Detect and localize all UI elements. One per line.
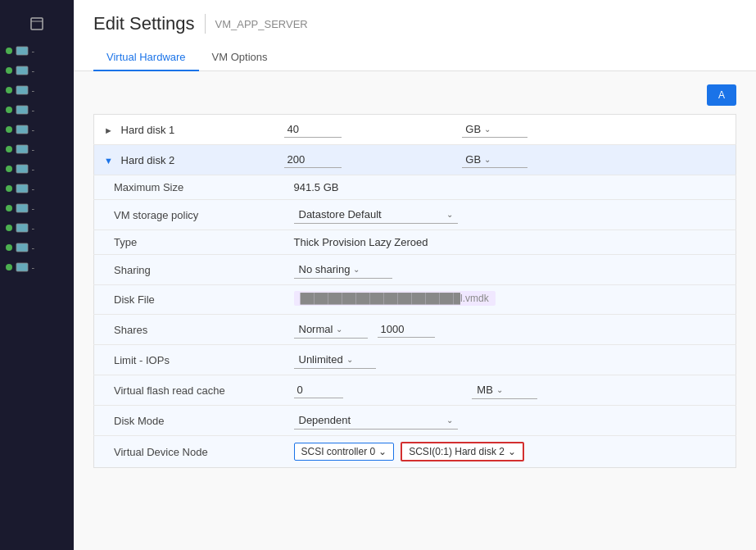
disk-mode-select[interactable]: Dependent ⌄ (294, 411, 458, 430)
svg-rect-8 (16, 165, 28, 173)
main-content: Edit Settings VM_APP_SERVER Virtual Hard… (74, 0, 756, 550)
svg-rect-0 (31, 18, 43, 30)
sharing-value: No sharing (299, 263, 351, 275)
max-size-row: Maximum Size 941.5 GB (94, 175, 736, 200)
disk-mode-arrow: ⌄ (397, 416, 453, 425)
sidebar-item-3[interactable]: - (2, 81, 72, 99)
flash-cache-label: Virtual flash read cache (94, 375, 274, 406)
sidebar-top-icon[interactable] (22, 9, 52, 39)
hard-disk-1-label: Hard disk 1 (121, 124, 175, 136)
expand-disk2-icon[interactable]: ▼ (104, 156, 113, 166)
storage-policy-row: VM storage policy Datastore Default ⌄ (94, 200, 736, 230)
svg-rect-5 (16, 106, 28, 114)
shares-select-value: Normal (299, 323, 333, 335)
sidebar-item-12[interactable]: - (2, 258, 72, 276)
disk-file-label: Disk File (94, 285, 274, 315)
svg-rect-7 (16, 145, 28, 153)
sharing-row: Sharing No sharing ⌄ (94, 255, 736, 285)
hard-disk-1-unit-select[interactable]: GB ⌄ (462, 121, 527, 138)
subtitle: VM_APP_SERVER (215, 18, 308, 30)
type-row: Type Thick Provision Lazy Zeroed (94, 230, 736, 255)
storage-policy-arrow: ⌄ (446, 210, 453, 219)
hard-disk-1-size-input[interactable] (284, 121, 342, 138)
vdn-controller-arrow: ⌄ (378, 446, 387, 457)
hard-disk-2-unit-arrow: ⌄ (484, 155, 491, 164)
vdn-disk-select[interactable]: SCSI(0:1) Hard disk 2 ⌄ (401, 442, 524, 461)
type-value: Thick Provision Lazy Zeroed (274, 230, 736, 255)
hard-disk-2-size-input[interactable] (284, 152, 342, 168)
iops-row: Limit - IOPs Unlimited ⌄ (94, 345, 736, 375)
hard-disk-2-unit-select[interactable]: GB ⌄ (462, 152, 527, 168)
vdn-controller-select[interactable]: SCSI controller 0 ⌄ (294, 443, 395, 461)
shares-row: Shares Normal ⌄ (94, 315, 736, 345)
sidebar-item-11[interactable]: - (2, 239, 72, 257)
disk-file-value: ███████████████████████l.vmdk (294, 291, 496, 306)
flash-cache-unit-value: MB (477, 384, 493, 396)
iops-arrow: ⌄ (346, 355, 353, 364)
shares-label: Shares (94, 315, 274, 345)
iops-label: Limit - IOPs (94, 345, 274, 375)
storage-policy-label: VM storage policy (94, 200, 274, 230)
title-divider (205, 14, 206, 34)
add-button[interactable]: A (707, 84, 736, 106)
hard-disk-1-unit-arrow: ⌄ (484, 125, 491, 134)
svg-rect-9 (16, 184, 28, 193)
shares-controls: Normal ⌄ (294, 320, 727, 339)
sidebar-item-10[interactable]: - (2, 219, 72, 237)
svg-rect-4 (16, 86, 28, 94)
sidebar-item-4[interactable]: - (2, 101, 72, 119)
expand-disk1-icon[interactable]: ► (104, 125, 113, 135)
virtual-device-node-row: Virtual Device Node SCSI controller 0 ⌄ … (94, 436, 736, 468)
sidebar-item-8[interactable]: - (2, 180, 72, 198)
sidebar-item-5[interactable]: - (2, 120, 72, 139)
disk-file-row: Disk File ███████████████████████l.vmdk (94, 285, 736, 315)
tab-virtual-hardware[interactable]: Virtual Hardware (93, 44, 199, 71)
type-label: Type (94, 230, 274, 255)
vdn-disk-value: SCSI(0:1) Hard disk 2 (409, 446, 505, 457)
svg-rect-11 (16, 224, 28, 232)
vdn-controls: SCSI controller 0 ⌄ SCSI(0:1) Hard disk … (294, 442, 727, 461)
hard-disk-1-row: ► Hard disk 1 GB ⌄ (94, 115, 736, 145)
flash-cache-input[interactable] (294, 382, 343, 398)
max-size-label: Maximum Size (94, 175, 274, 200)
vdn-disk-arrow: ⌄ (508, 446, 516, 457)
iops-select[interactable]: Unlimited ⌄ (294, 351, 376, 369)
action-bar: A (93, 84, 736, 106)
sharing-label: Sharing (94, 255, 274, 285)
shares-value-input[interactable] (378, 321, 435, 338)
sidebar-item-9[interactable]: - (2, 199, 72, 217)
sharing-select[interactable]: No sharing ⌄ (294, 261, 392, 279)
sharing-arrow: ⌄ (353, 265, 360, 274)
content-area: A ► Hard disk 1 GB ⌄ (74, 71, 756, 550)
storage-policy-value: Datastore Default (299, 208, 382, 220)
shares-select[interactable]: Normal ⌄ (294, 320, 368, 339)
svg-rect-3 (16, 66, 28, 75)
top-bar: Edit Settings VM_APP_SERVER Virtual Hard… (74, 0, 756, 71)
flash-cache-row: Virtual flash read cache MB ⌄ (94, 375, 736, 406)
flash-cache-unit-select[interactable]: MB ⌄ (472, 381, 537, 399)
flash-cache-unit-arrow: ⌄ (496, 385, 503, 394)
disk-mode-row: Disk Mode Dependent ⌄ (94, 406, 736, 436)
sidebar-item-6[interactable]: - (2, 140, 72, 158)
sidebar-item-7[interactable]: - (2, 160, 72, 178)
svg-rect-12 (16, 243, 28, 252)
svg-rect-2 (16, 47, 28, 55)
svg-rect-10 (16, 204, 28, 212)
tab-bar: Virtual Hardware VM Options (93, 44, 736, 70)
disk-mode-label: Disk Mode (94, 406, 274, 436)
sidebar: - - - - - - - - - - (0, 0, 74, 550)
virtual-device-node-label: Virtual Device Node (94, 436, 274, 468)
tab-vm-options[interactable]: VM Options (199, 44, 281, 71)
disk-mode-value: Dependent (299, 414, 351, 426)
hard-disk-2-label: Hard disk 2 (121, 154, 175, 166)
hard-disk-2-row: ▼ Hard disk 2 GB ⌄ (94, 145, 736, 175)
max-size-value: 941.5 GB (274, 175, 736, 200)
svg-rect-13 (16, 263, 28, 271)
sidebar-item-2[interactable]: - (2, 61, 72, 80)
vdn-controller-value: SCSI controller 0 (301, 446, 376, 457)
sidebar-item-1[interactable]: - (2, 42, 72, 60)
settings-table: ► Hard disk 1 GB ⌄ ▼ Hard di (93, 114, 736, 468)
iops-value: Unlimited (299, 353, 343, 366)
page-title: Edit Settings (93, 13, 195, 34)
storage-policy-select[interactable]: Datastore Default ⌄ (294, 206, 458, 224)
